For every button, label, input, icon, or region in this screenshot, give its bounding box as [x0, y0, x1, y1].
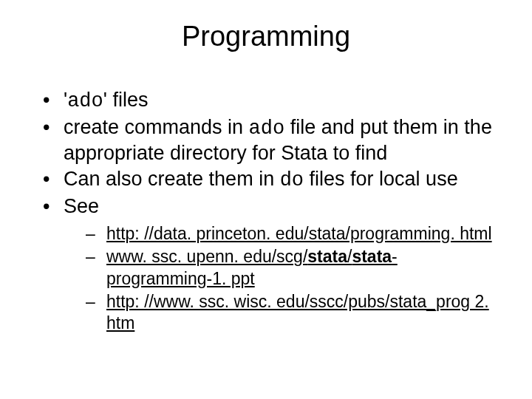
- list-item: http: //data. princeton. edu/stata/progr…: [86, 223, 502, 245]
- text-fragment: Can also create them in: [64, 168, 280, 190]
- text-bold: stata: [307, 247, 347, 266]
- main-bullet-list: 'ado' files create commands in ado file …: [30, 88, 502, 335]
- link-wisc[interactable]: http: //www. ssc. wisc. edu/sscc/pubs/st…: [106, 292, 489, 332]
- code-do: do: [280, 169, 304, 191]
- bullet-ado-files: 'ado' files: [43, 88, 502, 114]
- bullet-do-files: Can also create them in do files for loc…: [43, 167, 502, 193]
- text-fragment: create commands in: [64, 116, 249, 138]
- text-fragment: ' files: [103, 89, 149, 111]
- link-princeton[interactable]: http: //data. princeton. edu/stata/progr…: [106, 224, 492, 243]
- list-item: http: //www. ssc. wisc. edu/sscc/pubs/st…: [86, 291, 502, 335]
- link-upenn[interactable]: www. ssc. upenn. edu/scg/stata/stata-pro…: [106, 247, 398, 287]
- text-bold: stata: [352, 247, 392, 266]
- bullet-see: See http: //data. princeton. edu/stata/p…: [43, 194, 502, 335]
- bullet-create-commands: create commands in ado file and put them…: [43, 115, 502, 166]
- list-item: www. ssc. upenn. edu/scg/stata/stata-pro…: [86, 246, 502, 290]
- text-fragment: files for local use: [304, 168, 458, 190]
- slide-title: Programming: [30, 21, 502, 52]
- text-fragment: www. ssc. upenn. edu/scg/: [106, 247, 307, 266]
- sub-link-list: http: //data. princeton. edu/stata/progr…: [64, 223, 502, 335]
- text-fragment: See: [64, 195, 99, 217]
- code-ado: ado: [249, 117, 285, 140]
- code-ado: ado: [67, 90, 103, 112]
